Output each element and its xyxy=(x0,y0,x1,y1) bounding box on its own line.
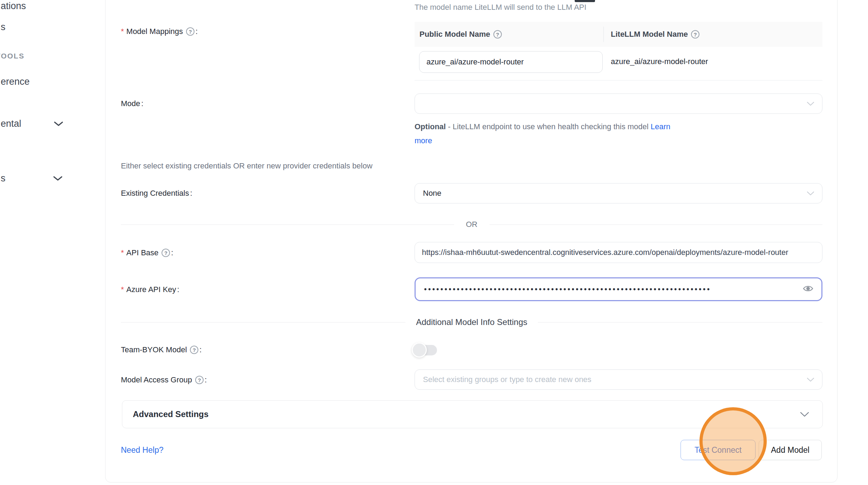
mode-help-text: Optional - LiteLLM endpoint to use when … xyxy=(415,120,716,148)
learn-more-link[interactable]: more xyxy=(415,136,432,145)
model-mappings-table-header: Public Model Name ? LiteLLM Model Name ? xyxy=(415,22,822,47)
divider-line xyxy=(121,322,405,323)
click-highlight-circle xyxy=(699,407,767,475)
help-question-icon[interactable]: ? xyxy=(493,30,502,39)
litellm-model-name-value: azure_ai/azure-model-router xyxy=(611,57,708,66)
help-question-icon[interactable]: ? xyxy=(691,30,699,39)
selected-value: None xyxy=(423,189,442,198)
divider-line xyxy=(121,224,454,225)
sidebar-item-label: s xyxy=(1,22,6,32)
help-bold-text: Optional xyxy=(415,122,446,131)
model-mappings-label: * Model Mappings ? : xyxy=(121,27,198,36)
chevron-down-icon xyxy=(807,375,814,384)
add-model-button[interactable]: Add Model xyxy=(759,440,822,460)
api-base-label: * API Base ? : xyxy=(121,248,173,257)
or-divider-label: OR xyxy=(466,220,478,229)
label-colon: : xyxy=(171,248,173,257)
model-access-group-label: Model Access Group ? : xyxy=(121,375,207,384)
api-base-input[interactable] xyxy=(415,242,822,263)
label-colon: : xyxy=(199,345,201,354)
chevron-down-icon xyxy=(800,412,809,417)
sidebar-section-label: TOOLS xyxy=(0,52,25,60)
divider-line xyxy=(538,322,822,323)
azure-api-key-input[interactable]: ••••••••••••••••••••••••••••••••••••••••… xyxy=(415,277,822,301)
sidebar-item-experimental[interactable]: ental xyxy=(1,118,21,129)
sidebar-item-label: ations xyxy=(1,1,26,11)
sidebar-section-tools: TOOLS xyxy=(0,52,25,60)
clipped-text-fragment xyxy=(575,0,595,2)
sidebar-item-label: s xyxy=(1,173,6,183)
sidebar-item-label: ental xyxy=(1,118,21,129)
learn-more-link[interactable]: Learn xyxy=(651,122,670,131)
label-colon: : xyxy=(190,189,192,198)
column-header-public-model-name: Public Model Name ? xyxy=(415,30,603,39)
sidebar-item-settings[interactable]: s xyxy=(1,173,6,184)
or-divider: OR xyxy=(121,220,822,229)
team-byok-toggle[interactable] xyxy=(413,345,437,355)
toggle-knob xyxy=(412,342,427,358)
chevron-down-icon xyxy=(807,189,814,198)
eye-toggle-icon[interactable] xyxy=(802,284,814,295)
chevron-down-icon xyxy=(807,99,814,108)
existing-credentials-label: Existing Credentials : xyxy=(121,189,192,198)
help-question-icon[interactable]: ? xyxy=(162,249,170,257)
label-colon: : xyxy=(196,27,198,36)
required-asterisk: * xyxy=(121,248,124,257)
help-plain-text: - LiteLLM endpoint to use when health ch… xyxy=(446,122,651,131)
select-placeholder: Select existing groups or type to create… xyxy=(423,375,592,384)
mode-label: Mode : xyxy=(121,99,143,108)
mode-help-line2: more xyxy=(415,134,716,148)
sidebar-item-reference[interactable]: erence xyxy=(1,76,30,87)
model-name-helper-text: The model name LiteLLM will send to the … xyxy=(415,3,586,12)
advanced-settings-title: Advanced Settings xyxy=(133,409,800,419)
sidebar-item-label: erence xyxy=(1,76,30,87)
additional-info-divider-label: Additional Model Info Settings xyxy=(416,317,527,327)
chevron-down-icon[interactable] xyxy=(53,176,63,181)
need-help-link[interactable]: Need Help? xyxy=(121,445,163,455)
additional-info-divider: Additional Model Info Settings xyxy=(121,317,822,327)
help-question-icon[interactable]: ? xyxy=(186,27,194,36)
model-access-group-select[interactable]: Select existing groups or type to create… xyxy=(415,369,822,390)
column-header-label: LiteLLM Model Name xyxy=(611,30,688,39)
chevron-down-icon[interactable] xyxy=(54,121,63,127)
divider-line xyxy=(490,224,823,225)
label-text: Existing Credentials xyxy=(121,189,189,198)
team-byok-label: Team-BYOK Model ? : xyxy=(121,345,201,354)
credentials-note: Either select existing credentials OR en… xyxy=(121,161,373,171)
required-asterisk: * xyxy=(121,27,124,36)
column-header-label: Public Model Name xyxy=(419,30,490,39)
mode-select[interactable] xyxy=(415,93,822,114)
label-text: Model Access Group xyxy=(121,375,192,384)
help-question-icon[interactable]: ? xyxy=(190,346,198,354)
label-colon: : xyxy=(141,99,143,108)
existing-credentials-select[interactable]: None xyxy=(415,183,822,203)
mode-help-line1: Optional - LiteLLM endpoint to use when … xyxy=(415,120,716,134)
sidebar-item-organizations[interactable]: ations xyxy=(1,1,26,12)
masked-password-value: ••••••••••••••••••••••••••••••••••••••••… xyxy=(424,285,711,294)
label-text: API Base xyxy=(127,248,159,257)
add-model-form-screen: ations s TOOLS erence ental s The model … xyxy=(0,0,868,485)
help-question-icon[interactable]: ? xyxy=(195,376,204,384)
column-header-litellm-model-name: LiteLLM Model Name ? xyxy=(604,30,699,39)
sidebar-item-users[interactable]: s xyxy=(1,22,6,33)
azure-api-key-label: * Azure API Key : xyxy=(121,285,179,294)
label-colon: : xyxy=(177,285,179,294)
label-colon: : xyxy=(205,375,207,384)
label-text: Mode xyxy=(121,99,140,108)
label-text: Model Mappings xyxy=(127,27,183,36)
label-text: Team-BYOK Model xyxy=(121,345,187,354)
public-model-name-input[interactable] xyxy=(419,51,603,73)
required-asterisk: * xyxy=(121,285,124,294)
label-text: Azure API Key xyxy=(127,285,176,294)
